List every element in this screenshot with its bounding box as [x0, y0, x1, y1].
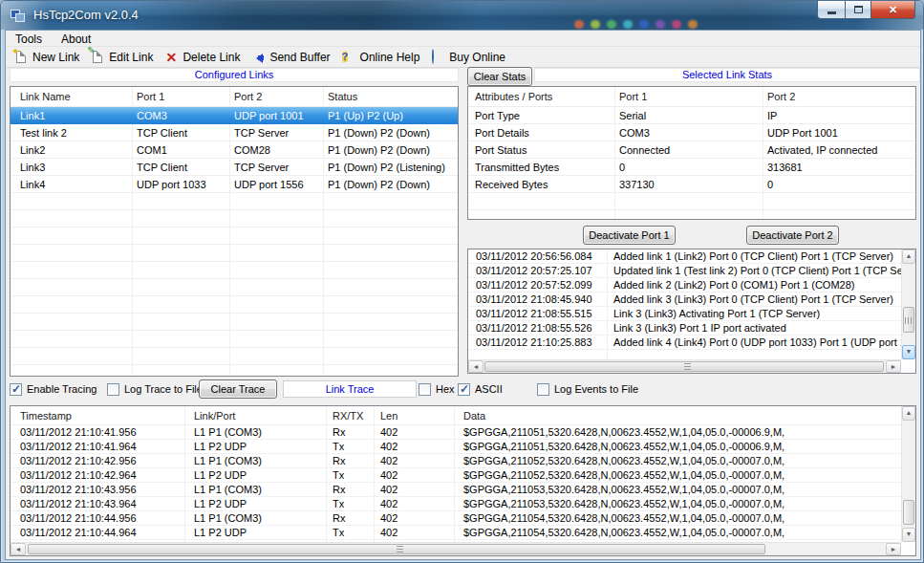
- link-row[interactable]: Link4 UDP port 1033 UDP port 1556 P1 (Do…: [11, 176, 458, 193]
- selected-link-stats-header: Selected Link Stats: [534, 68, 920, 82]
- cell-data: $GPGGA,211053,5320.6428,N,00623.4552,W,1…: [454, 483, 901, 497]
- column-header-status[interactable]: Status: [323, 87, 458, 106]
- online-help-button[interactable]: ? Online Help: [337, 49, 427, 66]
- cell-rxtx: Rx: [326, 425, 374, 440]
- title-bar[interactable]: HsTcp2Com v2.0.4 ✕: [1, 1, 923, 30]
- stats-rows: Port Type Serial IP Port Details COM3 UD…: [468, 107, 915, 219]
- link-row[interactable]: Link1 COM3 UDP port 1001 P1 (Up) P2 (Up): [11, 107, 458, 124]
- delete-link-button[interactable]: ✕ Delete Link: [160, 49, 247, 66]
- minimize-button[interactable]: [817, 1, 845, 19]
- enable-tracing-label: Enable Tracing: [27, 383, 97, 395]
- column-header-link-name[interactable]: Link Name: [11, 87, 132, 106]
- event-row[interactable]: 03/11/2012 21:08:55.526 Link 3 (Link3) P…: [468, 321, 901, 336]
- cell-stats-port1: Serial: [614, 107, 763, 124]
- desktop-glass-reflection: [574, 20, 737, 29]
- event-log-vscrollbar[interactable]: [901, 249, 915, 359]
- cell-status: P1 (Down) P2 (Down): [323, 124, 458, 141]
- scroll-up-icon[interactable]: [902, 249, 915, 264]
- new-link-label: New Link: [32, 51, 79, 64]
- event-row[interactable]: 03/11/2012 20:57:25.107 Updated link 1 (…: [468, 264, 901, 278]
- cell-event-message: Link 3 (Link3) Port 1 IP port activated: [607, 321, 901, 336]
- enable-tracing-checkbox[interactable]: Enable Tracing: [10, 381, 97, 397]
- trace-row[interactable]: 03/11/2012 21:10:42.956 L1 P1 (COM3) Rx …: [11, 454, 901, 468]
- event-log: 03/11/2012 20:56:56.084 Added link 1 (Li…: [467, 249, 916, 374]
- scroll-right-icon[interactable]: [886, 543, 901, 555]
- scroll-thumb[interactable]: [903, 307, 914, 333]
- column-header-rxtx[interactable]: RX/TX: [326, 406, 374, 424]
- trace-hscrollbar[interactable]: [11, 542, 901, 555]
- send-buffer-button[interactable]: Send Buffer: [247, 49, 336, 66]
- trace-row[interactable]: 03/11/2012 21:10:43.956 L1 P1 (COM3) Rx …: [11, 483, 901, 497]
- event-row[interactable]: 03/11/2012 20:57:52.099 Added link 2 (Li…: [468, 278, 901, 292]
- event-row[interactable]: 03/11/2012 21:08:55.515 Link 3 (Link3) A…: [468, 307, 901, 321]
- cell-timestamp: 03/11/2012 21:10:44.964: [11, 526, 184, 540]
- scroll-right-icon[interactable]: [886, 360, 901, 373]
- cell-rxtx: Tx: [326, 440, 374, 454]
- cell-link-port: L1 P2 UDP: [184, 497, 326, 511]
- trace-row[interactable]: 03/11/2012 21:10:42.964 L1 P2 UDP Tx 402…: [11, 468, 901, 483]
- cell-timestamp: 03/11/2012 21:10:42.964: [11, 468, 184, 483]
- column-header-attributes[interactable]: Attributes / Ports: [468, 87, 614, 106]
- scroll-thumb[interactable]: [28, 544, 765, 554]
- maximize-icon: [854, 6, 863, 13]
- trace-row[interactable]: 03/11/2012 21:10:44.956 L1 P1 (COM3) Rx …: [11, 511, 901, 526]
- deactivate-port2-button[interactable]: Deactivate Port 2: [746, 226, 839, 245]
- column-header-timestamp[interactable]: Timestamp: [11, 406, 184, 424]
- cell-attribute: Transmitted Bytes: [468, 159, 614, 176]
- cell-data: $GPGGA,211054,5320.6428,N,00623.4552,W,1…: [454, 511, 901, 526]
- buy-online-label: Buy Online: [449, 51, 505, 64]
- trace-row[interactable]: 03/11/2012 21:10:44.964 L1 P2 UDP Tx 402…: [11, 526, 901, 540]
- cell-data: $GPGGA,211051,5320.6428,N,00623.4552,W,1…: [454, 440, 901, 454]
- cell-rxtx: Rx: [326, 483, 374, 497]
- log-trace-checkbox[interactable]: Log Trace to File: [107, 381, 203, 397]
- log-events-checkbox[interactable]: Log Events to File: [537, 381, 638, 397]
- scroll-down-icon[interactable]: [902, 528, 915, 542]
- column-header-port2[interactable]: Port 2: [229, 87, 323, 106]
- ascii-checkbox[interactable]: ASCII: [458, 381, 503, 397]
- deactivate-port1-button[interactable]: Deactivate Port 1: [583, 226, 676, 245]
- scroll-thumb[interactable]: [484, 361, 884, 372]
- checkbox-icon: [537, 383, 549, 396]
- cell-stats-port2: 313681: [763, 159, 915, 176]
- cell-link-port: L1 P2 UDP: [184, 468, 326, 483]
- minimize-icon: [827, 11, 836, 14]
- column-header-len[interactable]: Len: [374, 406, 454, 424]
- new-link-button[interactable]: ✦ New Link: [10, 49, 86, 66]
- cell-event-message: Added link 1 (Link2) Port 0 (TCP Client)…: [607, 249, 901, 264]
- scroll-down-icon[interactable]: [902, 345, 915, 359]
- close-button[interactable]: ✕: [871, 1, 915, 19]
- clear-trace-button[interactable]: Clear Trace: [199, 379, 277, 399]
- cell-link-name: Link4: [11, 176, 132, 193]
- cell-link-port: L1 P1 (COM3): [184, 454, 326, 468]
- clear-stats-button[interactable]: Clear Stats: [467, 67, 532, 86]
- trace-row[interactable]: 03/11/2012 21:10:43.964 L1 P2 UDP Tx 402…: [11, 497, 901, 511]
- delete-link-label: Delete Link: [183, 51, 240, 64]
- scroll-thumb[interactable]: [903, 500, 914, 525]
- column-header-port1[interactable]: Port 1: [132, 87, 229, 106]
- trace-row[interactable]: 03/11/2012 21:10:41.956 L1 P1 (COM3) Rx …: [11, 425, 901, 440]
- menu-about[interactable]: About: [52, 31, 100, 46]
- window-title: HsTcp2Com v2.0.4: [33, 1, 139, 30]
- edit-link-button[interactable]: ✎ Edit Link: [86, 49, 160, 66]
- link-stats-table: Attributes / Ports Port 1 Port 2 Port Ty…: [467, 86, 916, 220]
- scroll-left-icon[interactable]: [468, 360, 483, 373]
- link-row[interactable]: Link2 COM1 COM28 P1 (Down) P2 (Down): [11, 141, 458, 159]
- hex-checkbox[interactable]: Hex: [419, 381, 455, 397]
- trace-vscrollbar[interactable]: [901, 406, 915, 542]
- scroll-up-icon[interactable]: [902, 406, 915, 421]
- event-row[interactable]: 03/11/2012 21:10:25.883 Added link 4 (Li…: [468, 336, 901, 350]
- menu-tools[interactable]: Tools: [6, 31, 52, 46]
- buy-online-button[interactable]: Buy Online: [426, 49, 512, 66]
- event-row[interactable]: 03/11/2012 21:08:45.940 Added link 3 (Li…: [468, 292, 901, 307]
- maximize-button[interactable]: [845, 1, 871, 19]
- link-row[interactable]: Link3 TCP Client TCP Server P1 (Down) P2…: [11, 159, 458, 176]
- column-header-data[interactable]: Data: [454, 406, 901, 424]
- column-header-link-port[interactable]: Link/Port: [184, 406, 326, 424]
- trace-row[interactable]: 03/11/2012 21:10:41.964 L1 P2 UDP Tx 402…: [11, 440, 901, 454]
- link-row[interactable]: Test link 2 TCP Client TCP Server P1 (Do…: [11, 124, 458, 141]
- column-header-stats-port2[interactable]: Port 2: [763, 87, 915, 106]
- column-header-stats-port1[interactable]: Port 1: [614, 87, 763, 106]
- event-row[interactable]: 03/11/2012 20:56:56.084 Added link 1 (Li…: [468, 249, 901, 264]
- scroll-left-icon[interactable]: [11, 543, 26, 555]
- event-log-hscrollbar[interactable]: [468, 359, 901, 373]
